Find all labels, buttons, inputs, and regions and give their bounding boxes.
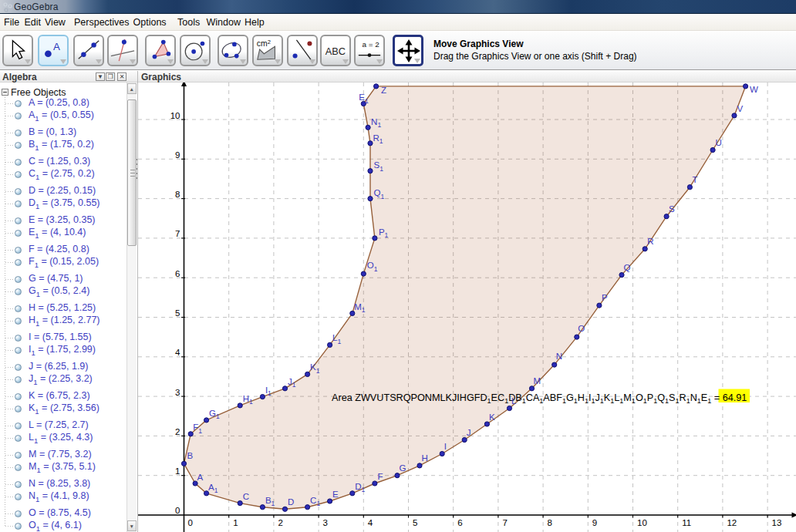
svg-text:0: 0 (175, 506, 180, 515)
svg-text:2: 2 (278, 518, 282, 527)
svg-text:1: 1 (175, 466, 180, 476)
svg-text:O: O (578, 324, 585, 333)
svg-text:5: 5 (413, 518, 417, 527)
svg-text:1: 1 (233, 518, 238, 527)
svg-text:7: 7 (502, 518, 507, 527)
svg-text:P: P (602, 293, 608, 302)
svg-text:E: E (332, 490, 339, 499)
svg-text:R: R (647, 237, 653, 246)
svg-text:Area ZWVUTSRQPONMLKJIHGFD1EC1D: Area ZWVUTSRQPONMLKJIHGFD1EC1DB1CA1ABF1G… (332, 392, 747, 405)
svg-text:L: L (511, 396, 517, 406)
svg-text:11: 11 (682, 518, 691, 527)
svg-text:S: S (669, 204, 675, 214)
svg-text:G: G (400, 463, 406, 473)
svg-text:13: 13 (772, 518, 782, 527)
svg-text:6: 6 (175, 269, 180, 278)
svg-text:0: 0 (188, 518, 193, 527)
svg-text:M: M (534, 376, 541, 386)
svg-text:8: 8 (548, 518, 552, 527)
svg-text:I: I (444, 442, 447, 451)
svg-text:3: 3 (175, 388, 180, 397)
svg-text:10: 10 (637, 518, 647, 527)
svg-text:Q: Q (624, 263, 631, 272)
svg-text:cm2: cm2 (257, 39, 271, 49)
svg-text:K: K (489, 412, 495, 422)
svg-text:U: U (716, 138, 722, 147)
svg-text:a = 2: a = 2 (363, 40, 380, 49)
svg-text:ABC: ABC (325, 45, 345, 57)
svg-text:F: F (377, 472, 383, 481)
svg-text:6: 6 (457, 518, 462, 527)
svg-text:J: J (467, 428, 471, 437)
svg-text:12: 12 (727, 518, 737, 527)
svg-text:10: 10 (170, 111, 180, 120)
svg-text:9: 9 (175, 150, 180, 160)
svg-text:T: T (692, 175, 697, 184)
svg-text:4: 4 (368, 518, 373, 527)
svg-text:A: A (53, 41, 60, 52)
svg-text:9: 9 (592, 518, 597, 527)
svg-text:C: C (243, 492, 249, 501)
svg-text:7: 7 (175, 229, 180, 238)
svg-text:V: V (737, 104, 744, 113)
svg-text:Z: Z (381, 86, 386, 95)
svg-text:H: H (422, 453, 428, 463)
svg-text:2: 2 (175, 427, 180, 436)
svg-text:W: W (750, 85, 758, 94)
svg-text:N: N (556, 352, 562, 361)
svg-text:5: 5 (175, 308, 180, 318)
svg-text:3: 3 (323, 518, 328, 527)
svg-text:A: A (197, 473, 204, 482)
svg-text:4: 4 (175, 348, 180, 357)
svg-text:D: D (288, 497, 294, 507)
svg-text:8: 8 (175, 190, 180, 199)
svg-text:B: B (187, 451, 194, 460)
